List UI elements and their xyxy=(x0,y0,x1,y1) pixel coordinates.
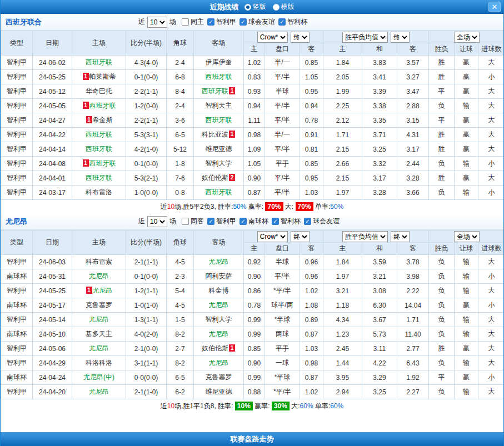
checkbox-checked-icon[interactable]: ✓ xyxy=(304,218,311,225)
checkbox-checked-icon[interactable]: ✓ xyxy=(207,18,214,26)
checkbox-checked-icon[interactable]: ✓ xyxy=(272,218,279,225)
match-row: 南球杯24-05-10基多天主4-0(2-0)8-2尤尼昂0.99两球0.871… xyxy=(1,327,504,342)
checkbox-checked-icon[interactable]: ✓ xyxy=(239,18,247,26)
goals-result-label: 大 xyxy=(478,284,504,298)
ah-line: 平/半 xyxy=(265,70,300,84)
score-cell: 1-0(0-0) xyxy=(126,186,167,200)
filter-checkbox[interactable]: 同主 xyxy=(182,17,204,27)
draw-odds: 3.25 xyxy=(362,142,397,157)
goals-result-label: 大 xyxy=(478,385,504,399)
radio-horizontal-layout[interactable]: 横版 xyxy=(273,2,295,12)
filter-label: 智利甲 xyxy=(216,17,236,27)
corner-cell: 0-8 xyxy=(167,186,194,200)
summary-segment: 单率: xyxy=(313,402,331,410)
handicap-time-select[interactable]: 终 xyxy=(291,32,310,43)
home-team-cell: 1帕莱斯蒂 xyxy=(72,70,126,84)
col-handicap-result: 让球 xyxy=(455,243,478,255)
corner-cell: 6-5 xyxy=(167,370,194,385)
ah-away-odds: 1.03 xyxy=(300,186,323,200)
odds-average-select[interactable]: 胜平负均值 xyxy=(342,231,388,242)
win-odds: 2.66 xyxy=(323,157,362,171)
win-odds: 2.15 xyxy=(323,142,362,157)
team-name: 西班牙联 xyxy=(86,131,112,138)
filter-checkbox[interactable]: ✓智利杯 xyxy=(272,217,301,226)
1x2-time-select[interactable]: 终 xyxy=(391,32,410,43)
summary-segment: 60% xyxy=(300,402,313,410)
col-date: 日期 xyxy=(33,31,72,56)
filter-checkbox[interactable]: ✓智利甲 xyxy=(207,217,236,226)
team-name: 尤尼昂 xyxy=(89,388,109,395)
bookmaker-select[interactable]: Crow* xyxy=(257,231,288,242)
goals-result-label: 小 xyxy=(478,370,504,385)
checkbox-checked-icon[interactable]: ✓ xyxy=(207,218,214,225)
result-label: 平 xyxy=(429,84,455,99)
col-ah-away: 客 xyxy=(300,43,323,56)
handicap-result-label: 输 xyxy=(455,255,478,269)
ah-line: 平/半 xyxy=(265,99,300,113)
league-badge: 智利甲 xyxy=(1,313,33,327)
recent-count-select[interactable]: 10 xyxy=(147,216,167,227)
result-label: 负 xyxy=(429,356,455,370)
scope-select[interactable]: 全场 xyxy=(454,32,480,43)
away-team-cell: 奴伯伦斯1 xyxy=(194,342,244,356)
lose-odds: 1.92 xyxy=(397,370,429,385)
radio-vertical-layout[interactable]: 竖版 xyxy=(244,2,266,12)
handicap-time-select[interactable]: 终 xyxy=(291,231,310,242)
filter-label: 同主 xyxy=(191,17,204,27)
filter-checkbox[interactable]: ✓智利甲 xyxy=(207,17,236,27)
match-date: 24-05-06 xyxy=(33,342,72,356)
filter-checkbox[interactable]: ✓球会友谊 xyxy=(304,217,340,226)
team-name: 奴伯伦斯 xyxy=(202,174,228,182)
draw-odds: 4.22 xyxy=(362,356,397,370)
home-team-cell: 1西班牙联 xyxy=(72,99,126,113)
ah-home-odds: 0.88 xyxy=(244,385,265,399)
league-badge: 智利甲 xyxy=(1,142,33,157)
result-label: 胜 xyxy=(429,342,455,356)
radio-unselected-icon[interactable] xyxy=(273,4,280,11)
ah-away-odds: 0.85 xyxy=(300,56,323,70)
team-name: 西班牙联 xyxy=(206,188,232,196)
1x2-odds-header: 胜平负均值 终 xyxy=(323,31,429,43)
result-label: 负 xyxy=(429,327,455,342)
red-card-badge: 1 xyxy=(83,159,89,167)
league-handicap-trend-bar[interactable]: 联赛盘路走势 xyxy=(1,432,503,446)
ah-away-odds: 0.96 xyxy=(300,255,323,269)
match-date: 24-05-17 xyxy=(33,298,72,313)
draw-odds: 3.67 xyxy=(362,313,397,327)
col-away: 客场 xyxy=(194,230,244,255)
filter-checkbox-group: 同客✓智利甲✓南球杯✓智利杯✓球会友谊 xyxy=(178,217,340,226)
bookmaker-select[interactable]: Crow* xyxy=(257,32,288,43)
result-label: 负 xyxy=(429,284,455,298)
filter-checkbox[interactable]: 同客 xyxy=(182,217,204,226)
summary-segment: 10 xyxy=(167,203,174,211)
team-name: 华奇巴托 xyxy=(86,87,112,95)
odds-average-select[interactable]: 胜平负均值 xyxy=(342,32,388,43)
filter-checkbox[interactable]: ✓南球杯 xyxy=(239,217,268,226)
filter-checkbox[interactable]: ✓智利杯 xyxy=(278,17,307,27)
recent-count-select[interactable]: 10 xyxy=(147,17,167,28)
handicap-odds-header: Crow* 终 xyxy=(244,31,323,43)
win-odds: 3.21 xyxy=(323,284,362,298)
filter-label: 南球杯 xyxy=(248,217,268,226)
team-title: 尤尼昂 xyxy=(1,217,138,227)
checkbox-checked-icon[interactable]: ✓ xyxy=(278,18,286,26)
team-name: 尤尼昂 xyxy=(89,315,109,323)
checkbox-checked-icon[interactable]: ✓ xyxy=(239,218,247,225)
ah-home-odds: 0.99 xyxy=(244,327,265,342)
home-team-cell: 科布雷洛 xyxy=(72,186,126,200)
col-op-home: 主 xyxy=(323,43,362,56)
checkbox-unchecked-icon[interactable] xyxy=(182,218,189,225)
radio-selected-icon[interactable] xyxy=(244,4,251,11)
scope-select[interactable]: 全场 xyxy=(454,231,480,242)
checkbox-unchecked-icon[interactable] xyxy=(182,18,189,26)
handicap-result-label: 赢 xyxy=(455,128,478,142)
close-button[interactable]: ✕ xyxy=(488,2,501,12)
col-op-draw: 和 xyxy=(362,43,397,56)
1x2-time-select[interactable]: 终 xyxy=(391,231,410,242)
corner-cell: 5-12 xyxy=(167,142,194,157)
summary-segment: 近 xyxy=(161,402,167,410)
filter-checkbox[interactable]: ✓球会友谊 xyxy=(239,17,275,27)
away-team-cell: 奴伯伦斯2 xyxy=(194,171,244,186)
match-date: 24-05-25 xyxy=(33,70,72,84)
handicap-result-label: 赢 xyxy=(455,142,478,157)
